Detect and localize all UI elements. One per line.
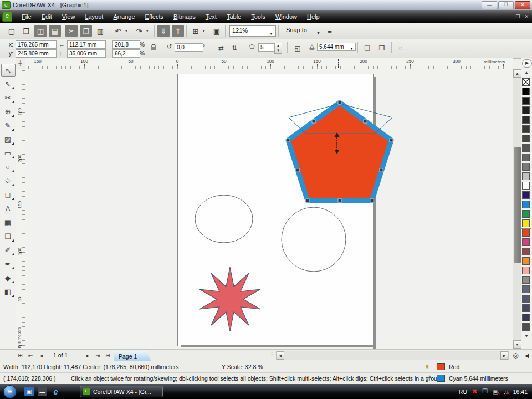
close-button[interactable]: ✕ xyxy=(515,1,530,9)
start-button[interactable]: ⊞ xyxy=(3,385,17,398)
text-wrap-button[interactable]: ◱ xyxy=(291,43,304,53)
color-swatch[interactable] xyxy=(522,144,530,152)
color-swatch[interactable] xyxy=(522,314,530,321)
color-swatch[interactable] xyxy=(522,182,530,190)
to-front-button[interactable]: ❏ xyxy=(361,43,374,53)
next-page-button[interactable]: ▸ xyxy=(83,351,93,360)
tray-security-icon[interactable]: ✖ xyxy=(472,388,477,395)
scale-y-field[interactable]: 66,2 xyxy=(112,49,140,58)
scroll-up-icon[interactable]: ▲ xyxy=(513,69,521,78)
welcome-screen-button[interactable]: ▣ xyxy=(211,25,223,37)
color-swatch[interactable] xyxy=(522,210,530,218)
eyedropper-tool[interactable]: ✐ xyxy=(1,244,14,256)
import-button[interactable]: ⇓ xyxy=(157,25,170,37)
polygon-points-field[interactable]: 5 xyxy=(258,43,276,52)
pick-tool[interactable]: ↖ xyxy=(1,64,16,77)
palette-scroll-up-icon[interactable]: ▲ xyxy=(522,69,531,76)
points-spinner[interactable]: ▲▼ xyxy=(274,43,282,54)
outline-width-dropdown[interactable]: 5,644 mm▼ xyxy=(317,43,356,51)
width-field[interactable]: 112,17 mm xyxy=(67,40,106,49)
scroll-right-icon[interactable]: ▶ xyxy=(500,351,508,360)
color-swatch[interactable] xyxy=(522,163,530,171)
quick-launch-media-icon[interactable]: ▬ xyxy=(38,387,47,396)
lock-ratio-icon[interactable] xyxy=(151,44,157,52)
color-swatch[interactable] xyxy=(522,135,530,142)
color-swatch[interactable] xyxy=(522,248,530,255)
rotation-angle-field[interactable]: 0,0 xyxy=(175,43,203,52)
tray-network-icon[interactable]: ▣✕ xyxy=(493,388,498,395)
cut-button[interactable]: ✂ xyxy=(65,25,78,37)
zoom-navigator-button[interactable]: ◎ xyxy=(511,351,520,360)
circle-shape[interactable] xyxy=(282,207,346,272)
doc-minimize-icon[interactable]: — xyxy=(506,14,511,19)
color-swatch[interactable] xyxy=(522,295,530,303)
color-swatch[interactable] xyxy=(522,201,530,208)
menu-view[interactable]: View xyxy=(57,11,80,22)
print-button[interactable]: ▤ xyxy=(49,25,61,37)
color-swatch[interactable] xyxy=(522,106,530,114)
menu-window[interactable]: Window xyxy=(270,11,302,22)
color-swatch[interactable] xyxy=(522,323,530,331)
text-tool[interactable]: A xyxy=(1,202,14,214)
shape-tool[interactable]: ⇖ xyxy=(1,78,14,90)
ellipse-shape[interactable] xyxy=(195,195,253,243)
first-page-button[interactable]: ⇤ xyxy=(26,351,35,360)
export-button[interactable]: ⇑ xyxy=(172,25,184,37)
no-color-swatch[interactable] xyxy=(522,78,530,86)
color-swatch[interactable] xyxy=(522,304,530,312)
color-swatch[interactable] xyxy=(522,257,530,265)
polygon-tool[interactable]: ✩ xyxy=(1,175,14,187)
fill-tool[interactable]: ◆ xyxy=(1,272,14,284)
menu-arrange[interactable]: Arrange xyxy=(108,11,140,22)
vertical-scroll-thumb[interactable] xyxy=(514,147,521,263)
smart-fill-tool[interactable]: ▨ xyxy=(1,133,14,145)
outline-pen-tool[interactable]: ✒ xyxy=(1,258,14,270)
fill-indicator-icon[interactable]: ⬧ xyxy=(426,362,428,370)
menu-text[interactable]: Text xyxy=(201,11,222,22)
blend-tool[interactable]: ❏ xyxy=(1,230,14,242)
outline-indicator-icon[interactable]: ⧋ xyxy=(427,374,433,382)
copy-button[interactable]: ❐ xyxy=(80,25,92,37)
ellipse-tool[interactable]: ○ xyxy=(1,161,14,173)
palette-expand-icon[interactable]: ◀ xyxy=(522,351,531,360)
palette-scroll-down-icon[interactable]: ▼ xyxy=(522,333,531,340)
convert-to-curves-button[interactable]: ◌ xyxy=(395,43,407,53)
color-swatch[interactable] xyxy=(522,172,530,180)
drawing-canvas[interactable] xyxy=(25,69,513,349)
menu-tools[interactable]: Tools xyxy=(246,11,270,22)
color-swatch[interactable] xyxy=(522,229,530,237)
save-button[interactable]: ◫ xyxy=(34,25,47,37)
color-swatch[interactable] xyxy=(522,191,530,199)
restore-button[interactable]: ❐ xyxy=(498,1,514,9)
last-page-button[interactable]: ⇥ xyxy=(93,351,103,360)
menu-help[interactable]: Help xyxy=(302,11,325,22)
color-swatch[interactable] xyxy=(522,267,530,274)
horizontal-scrollbar[interactable]: ◀ ❚❚❚ ▶ xyxy=(276,351,509,360)
language-indicator[interactable]: RU xyxy=(459,388,467,395)
to-back-button[interactable]: ❐ xyxy=(376,43,388,53)
taskbar-app-button[interactable]: C CorelDRAW X4 - [Gr... xyxy=(80,386,163,397)
scale-x-field[interactable]: 201,8 xyxy=(112,40,140,49)
undo-dropdown-icon[interactable]: ▾ xyxy=(125,29,127,33)
basic-shapes-tool[interactable]: ◻ xyxy=(1,188,14,201)
pentagon-shape[interactable] xyxy=(288,103,391,201)
freehand-tool[interactable]: ✎ xyxy=(1,119,14,131)
options-button[interactable]: ≡ xyxy=(324,25,336,37)
x-position-field[interactable]: 176,265 mm xyxy=(16,40,57,49)
zoom-level-combo[interactable]: 121%▼ xyxy=(229,25,276,37)
star-shape[interactable] xyxy=(200,267,260,331)
scroll-down-icon[interactable]: ▼ xyxy=(513,340,521,349)
redo-button[interactable]: ↷ xyxy=(133,25,145,37)
snap-to-dropdown[interactable]: Snap to▼ xyxy=(284,25,323,35)
vertical-ruler[interactable]: 250 200 150 100 50 millimeters xyxy=(16,69,25,349)
previous-page-button[interactable]: ◂ xyxy=(37,351,46,360)
open-button[interactable]: ❒ xyxy=(20,25,32,37)
paste-button[interactable]: ▥ xyxy=(94,25,106,37)
height-field[interactable]: 35,006 mm xyxy=(67,49,106,58)
color-swatch-selected[interactable] xyxy=(522,219,530,227)
color-swatch[interactable] xyxy=(522,276,530,284)
tray-volume-icon[interactable]: ♫✕ xyxy=(503,388,508,395)
zoom-pan-tool[interactable]: ⊕ xyxy=(1,105,14,117)
interactive-fill-tool[interactable]: ◧ xyxy=(1,285,14,298)
color-swatch[interactable] xyxy=(522,97,530,105)
